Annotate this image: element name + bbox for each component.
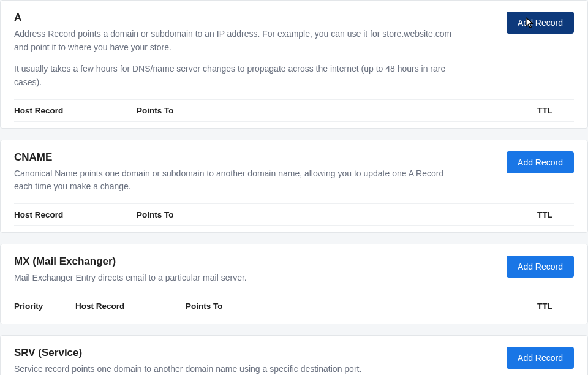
- section-title-mx: MX (Mail Exchanger): [14, 256, 492, 268]
- section-desc-cname: Canonical Name points one domain or subd…: [14, 167, 455, 194]
- add-record-button-cname[interactable]: Add Record: [507, 151, 574, 173]
- section-desc-a-2: It usually takes a few hours for DNS/nam…: [14, 63, 455, 89]
- dns-section-mx: MX (Mail Exchanger) Mail Exchanger Entry…: [0, 244, 588, 324]
- col-ttl: TTL: [537, 106, 574, 115]
- add-record-button-a[interactable]: Add Record: [507, 12, 574, 34]
- section-desc-a-1: Address Record points a domain or subdom…: [14, 28, 455, 54]
- col-points-to: Points To: [186, 301, 537, 311]
- col-host: Host Record: [14, 210, 137, 219]
- section-title-srv: SRV (Service): [14, 347, 492, 359]
- add-record-button-srv[interactable]: Add Record: [507, 347, 574, 369]
- col-host: Host Record: [14, 106, 137, 115]
- section-desc-srv: Service record points one domain to anot…: [14, 363, 455, 375]
- column-headers-mx: Priority Host Record Points To TTL: [14, 295, 574, 317]
- dns-section-a: A Address Record points a domain or subd…: [0, 0, 588, 129]
- col-priority: Priority: [14, 301, 75, 311]
- column-headers-a: Host Record Points To TTL: [14, 99, 574, 122]
- col-points-to: Points To: [137, 210, 537, 219]
- section-title-a: A: [14, 12, 492, 24]
- section-desc-mx: Mail Exchanger Entry directs email to a …: [14, 271, 455, 285]
- column-headers-cname: Host Record Points To TTL: [14, 203, 574, 226]
- dns-section-srv: SRV (Service) Service record points one …: [0, 335, 588, 375]
- dns-section-cname: CNAME Canonical Name points one domain o…: [0, 140, 588, 233]
- col-points-to: Points To: [137, 106, 537, 115]
- col-ttl: TTL: [537, 301, 574, 311]
- add-record-button-mx[interactable]: Add Record: [507, 256, 574, 278]
- section-title-cname: CNAME: [14, 151, 492, 164]
- col-host: Host Record: [75, 301, 186, 311]
- col-ttl: TTL: [537, 210, 574, 219]
